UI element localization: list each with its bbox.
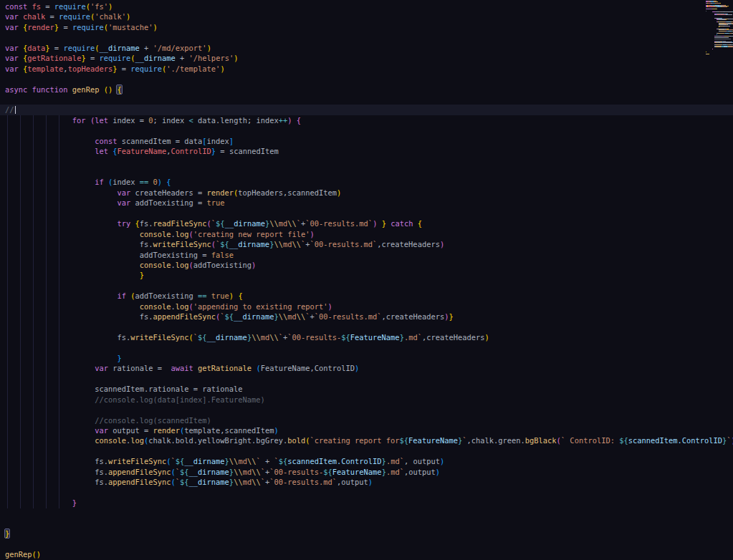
code-token: 'mustache' (108, 23, 153, 32)
code-token: require (63, 44, 95, 52)
code-token: __dirname (207, 333, 247, 342)
code-line[interactable]: var {render} = require('mustache') (0, 22, 733, 32)
code-line[interactable]: fs.appendFileSync(`${__dirname}\\md\\`+`… (0, 477, 733, 487)
code-line[interactable]: } (0, 498, 733, 508)
code-line[interactable]: console.log(addToexisting) (0, 260, 733, 270)
code-line[interactable]: fs.appendFileSync(`${__dirname}\\md\\`+`… (0, 467, 733, 477)
code-line[interactable]: } (0, 270, 733, 280)
code-token: addToexisting (193, 261, 251, 269)
code-line[interactable]: const scannedItem = data[index] (0, 136, 733, 146)
code-token: template,scannedItem (184, 426, 274, 435)
code-line[interactable]: } (0, 353, 733, 363)
code-token: fs. (140, 312, 153, 321)
code-token: console (95, 436, 126, 445)
code-line[interactable] (0, 95, 733, 105)
code-token: { (117, 85, 121, 94)
code-line[interactable]: var {data} = require(__dirname + '/md/ex… (0, 43, 733, 53)
code-token: writeFileSync (153, 240, 211, 248)
code-token: ++ (279, 116, 288, 125)
code-line[interactable] (0, 488, 733, 498)
code-token: fs. (140, 219, 153, 228)
code-token: ${ (220, 240, 229, 248)
code-line[interactable] (0, 322, 733, 332)
code-line[interactable]: var createHeaders = render(topHeaders,sc… (0, 188, 733, 198)
code-line[interactable]: //console.log(data[index].FeatureName) (0, 395, 733, 405)
code-line[interactable] (0, 508, 733, 518)
code-token: `00-results- (287, 333, 341, 342)
code-line[interactable]: console.log(chalk.bold.yellowBright.bgGr… (0, 435, 733, 445)
code-line[interactable]: fs.appendFileSync(`${__dirname}\\md\\`+`… (0, 312, 733, 322)
code-line[interactable] (0, 518, 733, 528)
code-token: 'fs' (90, 2, 108, 11)
code-line[interactable] (0, 405, 733, 415)
code-token: ${ (180, 478, 189, 486)
code-line[interactable] (0, 446, 733, 456)
code-token: log (176, 302, 189, 311)
code-token: = (59, 23, 72, 32)
code-token: //console.log(data[index].FeatureName) (95, 395, 265, 404)
minimap[interactable] (706, 1, 733, 58)
code-token: `00-results.md` (310, 240, 377, 248)
code-line[interactable]: try {fs.readFileSync(`${__dirname}\\md\\… (0, 218, 733, 228)
code-token: \\ (287, 219, 297, 228)
code-line[interactable]: let {FeatureName,ControlID} = scannedIte… (0, 146, 733, 156)
code-token: '/helpers' (189, 54, 234, 62)
code-token: const (95, 137, 117, 145)
code-line[interactable]: scannedItem.rationale = rationale (0, 384, 733, 394)
code-line[interactable] (0, 342, 733, 352)
code-token: ,output (404, 468, 436, 476)
code-token: \\ (251, 468, 261, 476)
code-line[interactable]: // (0, 105, 733, 115)
code-editor[interactable]: const fs = require('fs')var chalk = requ… (0, 0, 733, 560)
code-line[interactable]: addToexisting = false (0, 250, 733, 260)
code-line[interactable]: if (addToexisting == true) { (0, 291, 733, 301)
code-line[interactable]: var {template,topHeaders} = require('./t… (0, 64, 733, 74)
code-line[interactable]: for (let index = 0; index < data.length;… (0, 115, 733, 125)
code-token: `creating report for (310, 436, 399, 445)
code-token: __dirname (225, 219, 265, 228)
code-line[interactable]: var output = render(template,scannedItem… (0, 425, 733, 435)
code-line[interactable]: } (0, 528, 733, 539)
code-token: ${ (176, 457, 185, 465)
code-line[interactable] (0, 208, 733, 218)
code-line[interactable] (0, 539, 733, 549)
code-line[interactable]: fs.writeFileSync(`${__dirname}\\md\\`+`0… (0, 239, 733, 249)
code-line[interactable]: if (index == 0) { (0, 177, 733, 187)
code-token: ${ (619, 436, 628, 445)
code-token: () (32, 550, 42, 559)
code-line[interactable]: console.log('creating new report file') (0, 229, 733, 239)
code-line[interactable] (0, 32, 733, 42)
code-token: __dirname (189, 478, 229, 486)
code-line[interactable]: var chalk = require('chalk') (0, 11, 733, 21)
code-token: + (261, 457, 274, 465)
code-token: md (279, 219, 288, 228)
code-line[interactable] (0, 281, 733, 291)
code-token: ,chalk.green. (466, 436, 524, 445)
code-line[interactable]: var addToexisting = true (0, 198, 733, 208)
code-token: ) (436, 468, 440, 476)
code-token: appendFileSync (108, 468, 171, 476)
code-token: ) (108, 2, 112, 11)
code-token: getRationale (198, 364, 251, 372)
code-line[interactable]: async function genRep () { (0, 85, 733, 95)
code-line[interactable] (0, 167, 733, 177)
code-line[interactable]: fs.writeFileSync(`${__dirname}\\md\\` + … (0, 456, 733, 466)
code-line[interactable] (0, 374, 733, 384)
code-line[interactable]: var rationale = await getRationale (Feat… (0, 363, 733, 373)
code-line[interactable]: //console.log(scannedItem) (0, 415, 733, 425)
code-token: == (198, 291, 207, 300)
code-line[interactable]: var {getRationale} = require(__dirname +… (0, 53, 733, 63)
code-token: 'appending to existing report' (193, 302, 328, 311)
code-line[interactable]: fs.writeFileSync(`${__dirname}\\md\\`+`0… (0, 332, 733, 342)
code-token: \\ (234, 478, 243, 486)
code-token: ${ (323, 468, 332, 476)
code-line[interactable] (0, 74, 733, 84)
code-token: ,output (337, 478, 368, 486)
code-line[interactable]: const fs = require('fs') (0, 1, 733, 11)
code-token: ) (327, 302, 332, 311)
code-line[interactable]: console.log('appending to existing repor… (0, 301, 733, 312)
code-line[interactable] (0, 125, 733, 135)
code-line[interactable] (0, 157, 733, 167)
code-line[interactable]: genRep() (0, 549, 733, 559)
code-lines[interactable]: const fs = require('fs')var chalk = requ… (0, 1, 733, 560)
